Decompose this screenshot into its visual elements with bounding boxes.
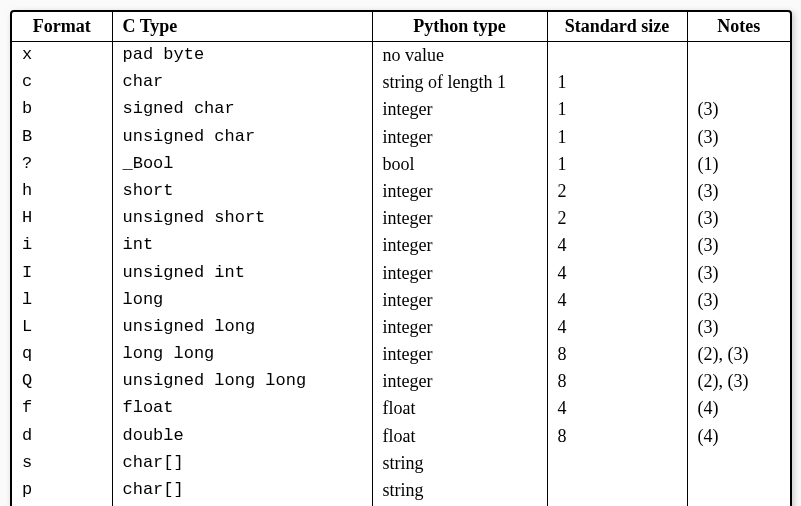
cell-notes: (3) bbox=[687, 205, 790, 232]
cell-notes: (3) bbox=[687, 287, 790, 314]
table-row: schar[]string bbox=[12, 450, 790, 477]
cell-size: 1 bbox=[547, 151, 687, 178]
cell-format: i bbox=[12, 232, 112, 259]
cell-format: q bbox=[12, 341, 112, 368]
cell-ctype: unsigned short bbox=[112, 205, 372, 232]
cell-pytype: string bbox=[372, 477, 547, 504]
table-row: ccharstring of length 11 bbox=[12, 69, 790, 96]
cell-format: l bbox=[12, 287, 112, 314]
table-row: Qunsigned long longinteger8(2), (3) bbox=[12, 368, 790, 395]
cell-ctype: signed char bbox=[112, 96, 372, 123]
cell-format: B bbox=[12, 124, 112, 151]
cell-size: 8 bbox=[547, 368, 687, 395]
header-ctype: C Type bbox=[112, 12, 372, 42]
cell-notes: (4) bbox=[687, 423, 790, 450]
cell-size: 8 bbox=[547, 341, 687, 368]
cell-format: H bbox=[12, 205, 112, 232]
table-row: ?_Boolbool1(1) bbox=[12, 151, 790, 178]
cell-size: 4 bbox=[547, 287, 687, 314]
cell-notes bbox=[687, 477, 790, 504]
table-row: hshortinteger2(3) bbox=[12, 178, 790, 205]
cell-notes: (3) bbox=[687, 260, 790, 287]
cell-size: 4 bbox=[547, 395, 687, 422]
cell-ctype: short bbox=[112, 178, 372, 205]
table-body: xpad byteno valueccharstring of length 1… bbox=[12, 42, 790, 507]
cell-size bbox=[547, 450, 687, 477]
table-row: qlong longinteger8(2), (3) bbox=[12, 341, 790, 368]
cell-format: c bbox=[12, 69, 112, 96]
cell-pytype: bool bbox=[372, 151, 547, 178]
cell-notes: (2), (3) bbox=[687, 341, 790, 368]
cell-size: 4 bbox=[547, 260, 687, 287]
cell-ctype: char[] bbox=[112, 477, 372, 504]
cell-size: 1 bbox=[547, 69, 687, 96]
cell-format: d bbox=[12, 423, 112, 450]
cell-size bbox=[547, 42, 687, 70]
cell-pytype: integer bbox=[372, 124, 547, 151]
cell-pytype: integer bbox=[372, 260, 547, 287]
table-row: xpad byteno value bbox=[12, 42, 790, 70]
cell-format: I bbox=[12, 260, 112, 287]
cell-notes bbox=[687, 450, 790, 477]
header-format: Format bbox=[12, 12, 112, 42]
cell-ctype: int bbox=[112, 232, 372, 259]
cell-ctype: long long bbox=[112, 341, 372, 368]
cell-notes: (3) bbox=[687, 96, 790, 123]
table-row: Bunsigned charinteger1(3) bbox=[12, 124, 790, 151]
cell-format: p bbox=[12, 477, 112, 504]
cell-ctype: char[] bbox=[112, 450, 372, 477]
cell-pytype: integer bbox=[372, 205, 547, 232]
cell-ctype: unsigned int bbox=[112, 260, 372, 287]
cell-size: 8 bbox=[547, 423, 687, 450]
cell-ctype: double bbox=[112, 423, 372, 450]
table-row: llonginteger4(3) bbox=[12, 287, 790, 314]
cell-ctype: long bbox=[112, 287, 372, 314]
cell-notes: (3) bbox=[687, 314, 790, 341]
cell-notes: (2), (3) bbox=[687, 368, 790, 395]
cell-size bbox=[547, 477, 687, 504]
table-row: ffloatfloat4(4) bbox=[12, 395, 790, 422]
format-table-container: Format C Type Python type Standard size … bbox=[10, 10, 792, 506]
cell-format: f bbox=[12, 395, 112, 422]
cell-format: Q bbox=[12, 368, 112, 395]
cell-pytype: integer bbox=[372, 341, 547, 368]
cell-ctype: pad byte bbox=[112, 42, 372, 70]
cell-ctype: unsigned long long bbox=[112, 368, 372, 395]
cell-pytype: integer bbox=[372, 287, 547, 314]
cell-pytype: string of length 1 bbox=[372, 69, 547, 96]
cell-pytype: no value bbox=[372, 42, 547, 70]
cell-ctype: float bbox=[112, 395, 372, 422]
cell-notes: (3) bbox=[687, 178, 790, 205]
cell-size: 1 bbox=[547, 124, 687, 151]
header-notes: Notes bbox=[687, 12, 790, 42]
cell-notes bbox=[687, 69, 790, 96]
cell-size: 2 bbox=[547, 178, 687, 205]
cell-notes: (4) bbox=[687, 395, 790, 422]
cell-ctype: unsigned long bbox=[112, 314, 372, 341]
cell-notes: (3) bbox=[687, 232, 790, 259]
cell-pytype: integer bbox=[372, 314, 547, 341]
header-pytype: Python type bbox=[372, 12, 547, 42]
cell-pytype: integer bbox=[372, 368, 547, 395]
cell-notes: (3) bbox=[687, 124, 790, 151]
table-row: Iunsigned intinteger4(3) bbox=[12, 260, 790, 287]
cell-pytype: float bbox=[372, 423, 547, 450]
table-row: pchar[]string bbox=[12, 477, 790, 504]
cell-pytype: string bbox=[372, 450, 547, 477]
cell-ctype: char bbox=[112, 69, 372, 96]
table-row: Hunsigned shortinteger2(3) bbox=[12, 205, 790, 232]
cell-size: 1 bbox=[547, 96, 687, 123]
cell-size: 4 bbox=[547, 232, 687, 259]
cell-notes: (1) bbox=[687, 151, 790, 178]
cell-ctype: _Bool bbox=[112, 151, 372, 178]
cell-pytype: integer bbox=[372, 178, 547, 205]
table-row: bsigned charinteger1(3) bbox=[12, 96, 790, 123]
cell-notes bbox=[687, 42, 790, 70]
cell-format: s bbox=[12, 450, 112, 477]
cell-format: x bbox=[12, 42, 112, 70]
table-header-row: Format C Type Python type Standard size … bbox=[12, 12, 790, 42]
cell-format: b bbox=[12, 96, 112, 123]
cell-pytype: float bbox=[372, 395, 547, 422]
table-row: iintinteger4(3) bbox=[12, 232, 790, 259]
cell-ctype: unsigned char bbox=[112, 124, 372, 151]
